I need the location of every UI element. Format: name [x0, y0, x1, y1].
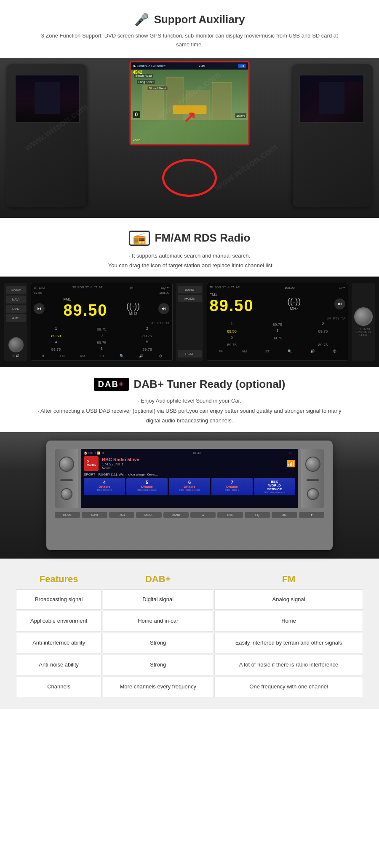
radio-status-icons: TP EON ST ⊙ TA AF	[72, 286, 102, 290]
radio-freq-center: ⏮ FM1 89.50 ((·)) MHz ⏭	[34, 296, 170, 321]
auxiliary-description: 3 Zone Function Support: DVD screen show…	[34, 32, 345, 49]
icon2-search[interactable]: 🔍	[288, 349, 292, 353]
dab-channel-2[interactable]: 5 DRadle BBC Radio 5Live	[126, 478, 168, 495]
dab-ch5-sub: BBC WorldService	[255, 491, 294, 494]
p2-v2[interactable]: 89.50	[210, 328, 254, 334]
table-row: Applicable environment Home and in-car H…	[16, 611, 363, 632]
icon2-am[interactable]: AM	[242, 349, 247, 353]
p2-6	[255, 342, 300, 348]
p2-v6[interactable]: 89.75	[301, 342, 345, 348]
dab-btn-am[interactable]: AM	[272, 512, 297, 518]
p2-3: 3	[255, 328, 300, 334]
dab-time: 01:43	[193, 451, 201, 455]
range-max: 108.00	[159, 291, 169, 295]
dab-channel-1[interactable]: 4 DRadle BBC Radio 4	[84, 478, 125, 495]
dab-channel-4[interactable]: 7 DRadle BBC Radio 7	[211, 478, 253, 495]
feat-dab-3: Strong	[103, 633, 213, 653]
header-dab: DAB+	[103, 570, 213, 588]
features-header-row: Features DAB+ FM	[16, 570, 363, 588]
icon2-power[interactable]: ⏻	[333, 349, 336, 353]
radio2-freq-display: FM1 89.50	[210, 293, 254, 315]
p2-1: 1	[210, 322, 254, 328]
dab-station-logo: DRadio	[84, 456, 99, 471]
p2-5	[301, 335, 345, 341]
dab-knob-left[interactable]	[59, 457, 74, 472]
preset-val-5[interactable]: 89.75	[34, 347, 78, 352]
gps-time: 7:49	[198, 64, 205, 68]
radio-nav-navi[interactable]: NAVI	[6, 296, 26, 304]
radio-presets: 1 89.75 2 89.50 3 89.75 4 89.75 5 89.75 …	[34, 326, 170, 352]
icon2-vol[interactable]: 🔊	[310, 349, 315, 353]
preset-val-3[interactable]: 89.75	[125, 333, 169, 339]
dab-btn-navi[interactable]: NAVI	[82, 512, 107, 518]
icon2-fm[interactable]: FM	[219, 349, 224, 353]
gps-dist2: 4545	[133, 138, 141, 142]
preset-val-6[interactable]: 89.75	[125, 347, 169, 352]
radio-bullet-2: · You can drag the icon of target statio…	[34, 261, 345, 270]
dab-station-info: DRadio BBC Radio 5Live 174.928MHz News 📶	[84, 456, 295, 471]
feat-dab-4: Strong	[103, 655, 213, 675]
radio-nav-ams[interactable]: AMS	[6, 314, 26, 322]
radio-rewind-btn[interactable]: ⏮	[34, 303, 45, 314]
dab-knob-right-2[interactable]	[307, 488, 319, 500]
radio-mhz-label: MHz	[126, 311, 140, 316]
radio-nav-dvd[interactable]: DVD	[6, 305, 26, 313]
icon-pause[interactable]: ⏸	[41, 354, 45, 358]
vol-knob-left[interactable]: G/🔊	[6, 336, 26, 357]
dab-btn-eq[interactable]: EQ	[245, 512, 270, 518]
icon-ta2: TA	[165, 321, 170, 325]
dab-ch2-num: 5	[128, 480, 166, 485]
volume-knob-left[interactable]	[8, 337, 24, 352]
sd-card-label: SD CARD	[357, 328, 370, 331]
dab-knob-left-2[interactable]	[61, 488, 72, 500]
icon-st: ST	[85, 286, 89, 290]
radio2-forward-btn[interactable]: ⏭	[334, 298, 345, 309]
dab-channel-3[interactable]: 6 DRadle BBC Radio 6Music	[169, 478, 210, 495]
bottom-st[interactable]: ST	[100, 354, 104, 358]
preset-val-2-active[interactable]: 89.50	[34, 333, 78, 339]
bottom-power[interactable]: ⏻	[158, 354, 162, 358]
gps-3d-button[interactable]: 3D	[238, 64, 246, 68]
preset-val-1[interactable]: 89.75	[79, 326, 124, 332]
radio-band-btn[interactable]: BAND	[178, 286, 202, 293]
dab-button-row: HOME NAVI DAB MODE BAND ▲ DVD EQ AM ▼	[55, 512, 324, 518]
feat-label-2: Applicable environment	[16, 611, 101, 632]
radio-nav-home[interactable]: HOME	[6, 286, 26, 294]
radio-mode-btn[interactable]: MODE	[178, 295, 202, 302]
dab-car-frame: 🏠 DAB+ 📶 ⚙ 01:43 □ → DRadio BBC Radio 5L…	[46, 441, 333, 550]
radio-forward-btn[interactable]: ⏭	[158, 303, 169, 314]
feat-dab-5: More channels every frequency	[103, 677, 213, 697]
dab-btn-mode[interactable]: MODE	[136, 512, 161, 518]
p2-v4[interactable]: 89.75	[255, 335, 300, 341]
bottom-fm[interactable]: FM	[60, 354, 65, 358]
radio-main-knob[interactable]	[354, 307, 373, 326]
bottom-vol[interactable]: 🔊	[139, 354, 143, 358]
table-row: Channels More channels every frequency O…	[16, 677, 363, 697]
bottom-am[interactable]: AM	[80, 354, 85, 358]
dab-btn-down[interactable]: ▼	[299, 512, 324, 518]
p2-v1[interactable]: 89.75	[255, 322, 300, 328]
dab-btn-up[interactable]: ▲	[190, 512, 216, 518]
feat-fm-5: One frequency with one channel	[214, 677, 363, 697]
gps-nav-inner: ▶ Continue Guidance 7:49 3D Beach Road L…	[131, 62, 248, 144]
dab-btn-dvd[interactable]: DVD	[217, 512, 243, 518]
icon2-st2[interactable]: ST	[265, 349, 270, 353]
dab-btn-band[interactable]: BAND	[163, 512, 189, 518]
p2-v5[interactable]: 89.75	[210, 342, 254, 348]
preset-val-4[interactable]: 89.75	[79, 340, 124, 346]
bottom-search[interactable]: 🔍	[120, 354, 124, 358]
p2-v3[interactable]: 89.75	[301, 328, 345, 334]
wifi-icon: ((·))	[126, 301, 140, 311]
dab-channel-5[interactable]: BBCWORLDSERVICE BBC WorldService	[254, 478, 295, 495]
radio-play-btn[interactable]: PLAY	[178, 350, 202, 357]
radio2-range-max: 108.00	[284, 286, 294, 290]
feat-fm-4: A lot of nosie if there is radio interfe…	[214, 655, 363, 675]
radio-eq-label: EQ ↩	[161, 286, 170, 290]
dab-btn-home[interactable]: HOME	[55, 512, 80, 518]
dab-ch4-sub: BBC Radio 7	[213, 489, 251, 491]
street-name-3: Strand Street	[148, 86, 168, 90]
dab-ch5-bbc: BBCWORLDSERVICE	[255, 480, 294, 491]
dab-btn-dab[interactable]: DAB	[109, 512, 134, 518]
preset-num-2: 2	[125, 326, 169, 332]
dab-knob-right[interactable]	[305, 457, 320, 472]
